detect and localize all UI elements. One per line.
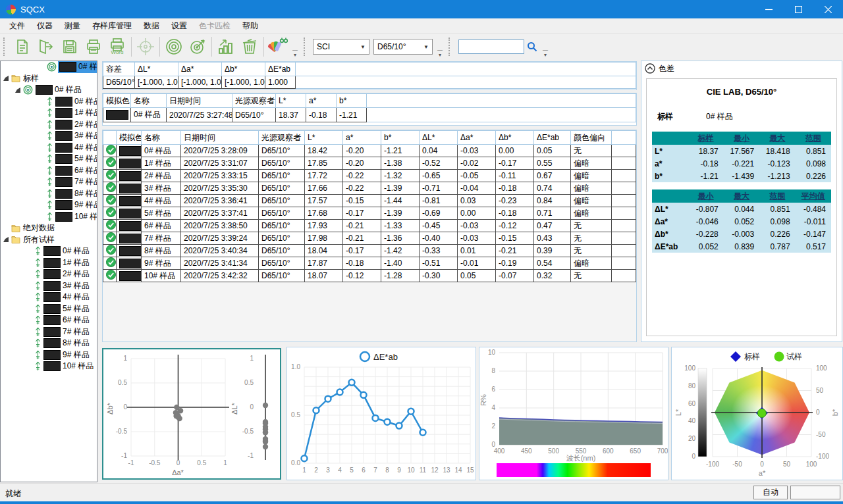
column-header[interactable] xyxy=(103,131,117,145)
export-button[interactable] xyxy=(34,35,58,59)
column-header[interactable]: 日期时间 xyxy=(181,131,259,145)
de-trend-panel[interactable]: 1234567891011121314150.00.51.0ΔE*ab xyxy=(286,347,476,480)
menu-帮助[interactable]: 帮助 xyxy=(236,19,264,33)
toolbar-grip[interactable] xyxy=(3,38,9,56)
menu-存样库管理[interactable]: 存样库管理 xyxy=(86,19,138,33)
measure-target-button[interactable] xyxy=(186,35,209,59)
column-header[interactable]: b* xyxy=(337,94,367,108)
column-header[interactable] xyxy=(612,131,636,145)
toolbar-overflow-icon[interactable]: —▾ xyxy=(291,47,299,58)
column-header[interactable]: 最大 xyxy=(759,132,795,145)
tree-item-9# 样品[interactable]: 9# 样品 xyxy=(1,199,97,211)
tree-item-绝对数据[interactable]: 绝对数据 xyxy=(1,222,97,234)
column-header[interactable]: 模拟色 xyxy=(103,94,131,108)
delete-trash-button[interactable] xyxy=(238,35,261,59)
column-header[interactable]: 容差 xyxy=(103,63,135,76)
menu-仪器[interactable]: 仪器 xyxy=(31,19,59,33)
tree-item-3# 样品[interactable]: 3# 样品 xyxy=(1,280,97,292)
column-header[interactable]: 范围 xyxy=(759,189,795,203)
column-header[interactable]: a* xyxy=(306,94,337,108)
tree-item-8# 样品[interactable]: 8# 样品 xyxy=(1,338,97,349)
search-icon[interactable] xyxy=(527,41,537,52)
column-header[interactable]: Δa* xyxy=(178,63,222,76)
sample-row[interactable]: 6# 样品2020/7/25 3:38:50D65/10°17.93-0.21-… xyxy=(103,220,636,232)
close-button[interactable] xyxy=(813,0,843,18)
column-header[interactable]: 名称 xyxy=(131,94,167,108)
new-document-button[interactable] xyxy=(11,35,34,59)
toolbar-grip[interactable] xyxy=(304,38,309,56)
sample-row[interactable]: 1# 样品2020/7/25 3:31:07D65/10°17.85-0.20-… xyxy=(103,157,636,170)
column-header[interactable]: 日期时间 xyxy=(167,94,232,108)
column-header[interactable]: Δa* xyxy=(458,131,496,145)
tree-item-所有试样[interactable]: 所有试样 xyxy=(1,234,97,246)
tree-item-7# 样品[interactable]: 7# 样品 xyxy=(1,326,97,338)
column-header[interactable]: 平均值 xyxy=(796,189,831,203)
menu-数据[interactable]: 数据 xyxy=(138,19,165,33)
sample-row[interactable]: 9# 样品2020/7/25 3:41:34D65/10°17.87-0.18-… xyxy=(103,257,636,270)
search-input[interactable] xyxy=(458,39,524,54)
column-header[interactable]: 最小 xyxy=(724,132,759,145)
illuminant-dropdown[interactable]: D65/10°▼ xyxy=(373,39,433,55)
column-header[interactable]: Δb* xyxy=(496,131,534,145)
sample-row[interactable]: 8# 样品2020/7/25 3:40:34D65/10°18.04-0.17-… xyxy=(103,245,636,257)
print-button[interactable] xyxy=(82,35,105,59)
tree-item-1# 样品[interactable]: 1# 样品 xyxy=(1,107,97,119)
maximize-button[interactable] xyxy=(784,0,813,18)
column-header[interactable]: b* xyxy=(381,131,420,145)
tree-item-0# 样品[interactable]: 0# 样品 xyxy=(1,96,97,108)
column-header[interactable]: L* xyxy=(305,131,343,145)
tree-item-4# 样品[interactable]: 4# 样品 xyxy=(1,291,97,303)
lab-wheel-panel[interactable]: 100806040200L*100500-50-100b*-100-500501… xyxy=(671,347,843,480)
calibrate-button[interactable] xyxy=(162,35,186,59)
menu-测量[interactable]: 测量 xyxy=(59,19,86,33)
sample-row[interactable]: 10# 样品2020/7/25 3:42:32D65/10°18.07-0.12… xyxy=(103,270,636,282)
column-header[interactable]: ΔL* xyxy=(420,131,458,145)
menu-色卡匹检[interactable]: 色卡匹检 xyxy=(193,19,236,33)
sample-row[interactable]: 2# 样品2020/7/25 3:33:15D65/10°17.72-0.22-… xyxy=(103,170,636,182)
column-header[interactable]: L* xyxy=(276,94,306,108)
toolbar-overflow-icon[interactable]: —▾ xyxy=(436,47,444,58)
sample-row[interactable]: 3# 样品2020/7/25 3:35:30D65/10°17.66-0.22-… xyxy=(103,182,636,195)
save-button[interactable] xyxy=(58,35,82,59)
tree-item-3# 样品[interactable]: 3# 样品 xyxy=(1,130,97,142)
toolbar-overflow-icon[interactable]: —▾ xyxy=(541,47,549,58)
tree-item-4# 样品[interactable]: 4# 样品 xyxy=(1,142,97,154)
locate-crosshair-button[interactable] xyxy=(134,35,157,59)
column-header[interactable]: ΔE*ab xyxy=(534,131,571,145)
tree-item-6# 样品[interactable]: 6# 样品 xyxy=(1,315,97,326)
column-header[interactable]: 最大 xyxy=(724,189,759,203)
tree-expander-icon[interactable] xyxy=(15,88,20,93)
print-word-button[interactable]: Word xyxy=(105,35,129,59)
mode-dropdown[interactable]: SCI▼ xyxy=(313,39,369,55)
collapse-chevron-icon[interactable] xyxy=(645,63,655,74)
column-header[interactable]: ΔL* xyxy=(135,63,178,76)
toolbar-grip[interactable] xyxy=(449,38,454,56)
sample-row[interactable]: 5# 样品2020/7/25 3:37:41D65/10°17.68-0.17-… xyxy=(103,207,636,220)
column-header[interactable]: 光源观察者 xyxy=(259,131,305,145)
tree-expander-icon[interactable] xyxy=(3,237,9,242)
column-header[interactable]: 范围 xyxy=(796,132,831,145)
dab-dl-scatter-panel[interactable]: -1-1-0.5-0.5000.50.511Δa*Δb*-1-0.500.51Δ… xyxy=(102,348,281,480)
tree-item-6# 样品[interactable]: 6# 样品 xyxy=(1,165,97,177)
sample-row[interactable]: 4# 样品2020/7/25 3:36:41D65/10°17.57-0.15-… xyxy=(103,195,636,207)
tree-expander-icon[interactable] xyxy=(3,76,9,81)
tree-item-10# 样品[interactable]: 10# 样品 xyxy=(1,211,97,223)
tree-item-标样[interactable]: 标样 xyxy=(1,73,97,85)
tree-item-0# 样品[interactable]: 0# 样品 xyxy=(1,61,97,73)
tree-item-2# 样品[interactable]: 2# 样品 xyxy=(1,119,97,131)
spectral-panel[interactable]: 0246810400450500550600650700波长(nm)R% xyxy=(479,347,668,480)
tree-item-9# 样品[interactable]: 9# 样品 xyxy=(1,349,97,361)
tree-item-8# 样品[interactable]: 8# 样品 xyxy=(1,188,97,200)
column-header[interactable]: 最小 xyxy=(688,189,723,203)
column-header[interactable]: a* xyxy=(343,131,381,145)
column-header[interactable]: 模拟色 xyxy=(117,131,142,145)
minimize-button[interactable] xyxy=(754,0,784,18)
tree-item-10# 样品[interactable]: 10# 样品 xyxy=(1,361,97,372)
column-header[interactable]: 标样 xyxy=(688,132,723,145)
tree-item-0# 样品[interactable]: 0# 样品 xyxy=(1,84,97,96)
column-header[interactable]: 颜色偏向 xyxy=(571,131,612,145)
sample-row[interactable]: 0# 样品2020/7/25 3:28:09D65/10°18.42-0.20-… xyxy=(103,145,636,157)
column-header[interactable]: ΔE*ab xyxy=(265,63,296,76)
auto-button[interactable]: 自动 xyxy=(753,486,788,499)
statistics-button[interactable] xyxy=(214,35,238,59)
